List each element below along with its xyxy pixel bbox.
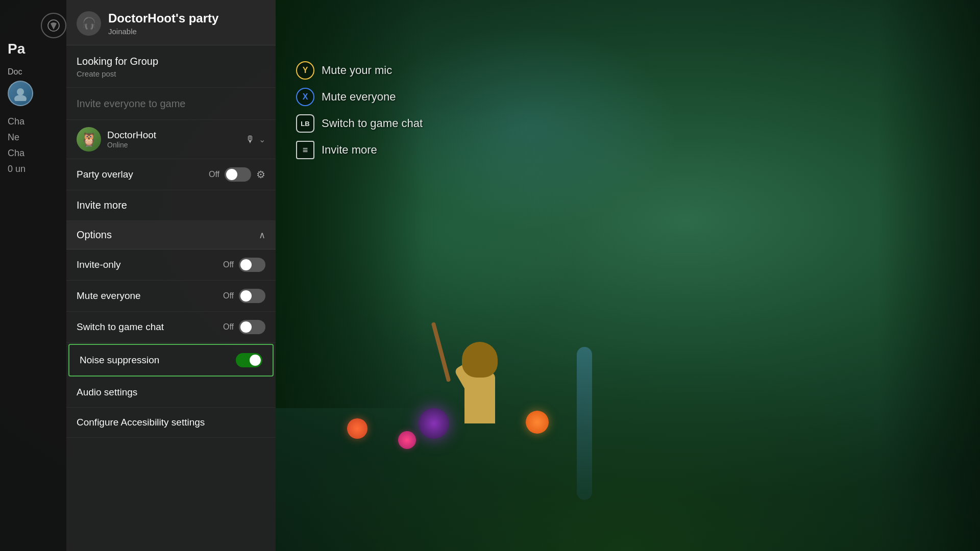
switch-game-chat-label: Switch to game chat — [77, 321, 164, 333]
mute-everyone-hint-text: Mute everyone — [322, 90, 396, 104]
party-overlay-controls: Off ⚙ — [209, 167, 265, 182]
lb-button-icon: LB — [296, 114, 314, 133]
hint-mute-mic: Y Mute your mic — [296, 61, 423, 80]
invite-more-hint-text: Invite more — [322, 143, 377, 157]
noise-suppression-focused-item: Noise suppression — [68, 344, 274, 377]
switch-game-chat-status: Off — [223, 322, 234, 332]
mute-everyone-status: Off — [223, 291, 234, 300]
invite-only-status: Off — [223, 260, 234, 269]
mute-everyone-row[interactable]: Mute everyone Off — [66, 281, 276, 312]
svg-point-0 — [17, 88, 24, 95]
options-label: Options — [77, 229, 112, 241]
audio-settings-button[interactable]: Audio settings — [66, 378, 276, 408]
game-character — [449, 332, 510, 423]
member-info-doctorhoot: DoctorHoot Online — [107, 130, 246, 149]
mute-everyone-label: Mute everyone — [77, 290, 141, 302]
party-header: 🎧 DoctorHoot's party Joinable — [66, 0, 276, 45]
invite-only-controls: Off — [223, 258, 265, 272]
mute-everyone-toggle[interactable] — [239, 289, 265, 303]
sidebar: Pa Doc Cha Ne Cha 0 un — [0, 0, 71, 551]
member-icons-doctorhoot: 🎙 ⌄ — [246, 134, 265, 145]
noise-suppression-row[interactable]: Noise suppression — [69, 345, 273, 375]
menu-button-icon: ≡ — [296, 141, 314, 159]
hint-invite-more: ≡ Invite more — [296, 141, 423, 159]
sidebar-username: Doc — [8, 67, 71, 77]
hint-switch-game-chat: LB Switch to game chat — [296, 114, 423, 133]
ground — [271, 347, 980, 551]
noise-suppression-controls — [236, 353, 262, 367]
noise-suppression-label: Noise suppression — [80, 355, 159, 366]
mute-everyone-controls: Off — [223, 289, 265, 303]
sidebar-section-new: Ne — [8, 132, 71, 143]
sidebar-section-unread: 0 un — [8, 164, 71, 174]
invite-only-row[interactable]: Invite-only Off — [66, 249, 276, 281]
hint-mute-everyone: X Mute everyone — [296, 88, 423, 106]
party-overlay-row[interactable]: Party overlay Off ⚙ — [66, 159, 276, 190]
party-headset-icon: 🎧 — [77, 11, 101, 36]
character-body — [464, 372, 495, 423]
switch-game-chat-row[interactable]: Switch to game chat Off — [66, 312, 276, 343]
noise-suppression-toggle[interactable] — [236, 353, 262, 367]
invite-only-label: Invite-only — [77, 259, 121, 270]
chevron-down-icon: ⌄ — [259, 135, 265, 144]
create-post-label: Create post — [77, 69, 265, 78]
sidebar-section-channels: Cha — [8, 148, 71, 159]
switch-game-chat-toggle[interactable] — [239, 320, 265, 334]
party-subtitle: Joinable — [108, 27, 218, 36]
invite-only-toggle[interactable] — [239, 258, 265, 272]
xbox-logo-icon[interactable] — [41, 13, 66, 38]
mic-icon: 🎙 — [246, 134, 255, 145]
gear-icon[interactable]: ⚙ — [256, 168, 265, 181]
x-button-icon: X — [296, 88, 314, 106]
party-overlay-toggle[interactable] — [225, 167, 251, 182]
invite-everyone-label: Invite everyone to game — [77, 97, 265, 110]
configure-accessibility-button[interactable]: Configure Accesibility settings — [66, 408, 276, 438]
member-name-doctorhoot: DoctorHoot — [107, 130, 246, 141]
waterfall — [577, 347, 592, 500]
invite-everyone-button[interactable]: Invite everyone to game — [66, 88, 276, 120]
svg-point-1 — [14, 95, 27, 101]
options-section-header[interactable]: Options ∧ — [66, 221, 276, 249]
flower-decoration-1 — [347, 418, 368, 439]
party-header-info: DoctorHoot's party Joinable — [108, 11, 218, 36]
mute-mic-hint-text: Mute your mic — [322, 64, 392, 77]
avatar — [8, 81, 33, 106]
magic-effect — [419, 408, 449, 439]
member-avatar-doctorhoot: 🦉 — [77, 127, 101, 152]
looking-for-group-button[interactable]: Looking for Group Create post — [66, 45, 276, 88]
flower-decoration-3 — [526, 411, 549, 434]
switch-game-chat-hint-text: Switch to game chat — [322, 117, 423, 130]
member-item-doctorhoot[interactable]: 🦉 DoctorHoot Online 🎙 ⌄ — [66, 120, 276, 159]
y-button-icon: Y — [296, 61, 314, 80]
flower-decoration-2 — [398, 431, 416, 449]
party-panel: 🎧 DoctorHoot's party Joinable Looking fo… — [66, 0, 276, 551]
switch-game-chat-controls: Off — [223, 320, 265, 334]
looking-for-group-label: Looking for Group — [77, 55, 265, 68]
invite-more-button[interactable]: Invite more — [66, 190, 276, 221]
options-chevron-icon: ∧ — [259, 230, 265, 241]
character-head — [462, 342, 498, 378]
sidebar-section-chat: Cha — [8, 116, 71, 127]
member-status-doctorhoot: Online — [107, 141, 246, 149]
controller-hints-panel: Y Mute your mic X Mute everyone LB Switc… — [296, 61, 423, 159]
party-title: DoctorHoot's party — [108, 11, 218, 26]
party-overlay-label: Party overlay — [77, 169, 133, 180]
party-overlay-status: Off — [209, 170, 219, 179]
sidebar-title: Pa — [8, 41, 71, 57]
